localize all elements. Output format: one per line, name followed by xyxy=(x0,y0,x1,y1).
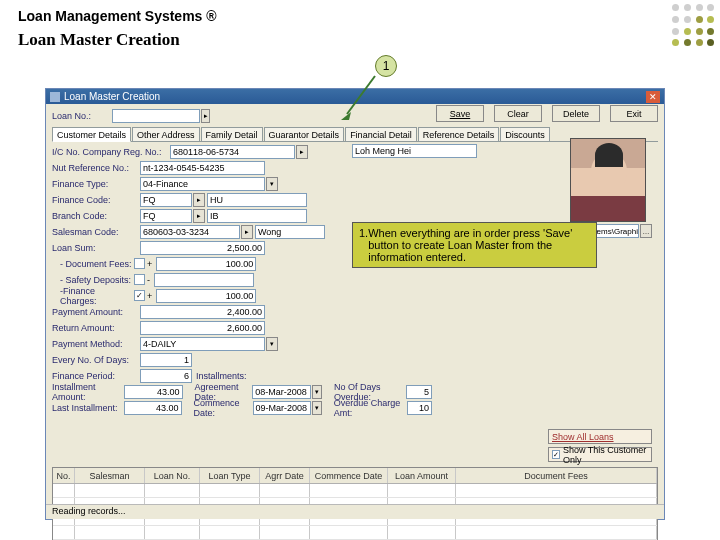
col-commence-date[interactable]: Commence Date xyxy=(310,468,388,483)
doc-fees-checkbox[interactable] xyxy=(134,258,145,269)
label-loan-sum: Loan Sum: xyxy=(52,243,140,253)
label-ic-no: I/C No. Company Reg. No.: xyxy=(52,147,170,157)
customer-name-input[interactable]: Loh Meng Hei xyxy=(352,144,477,158)
return-amount-input[interactable]: 2,600.00 xyxy=(140,321,265,335)
col-doc-fees[interactable]: Document Fees xyxy=(456,468,657,483)
label-finance-code: Finance Code: xyxy=(52,195,140,205)
status-bar: Reading records... xyxy=(46,504,664,519)
tooltip-number: 1. xyxy=(359,227,368,263)
label-nut-ref: Nut Reference No.: xyxy=(52,163,140,173)
overdue-amt-input[interactable]: 10 xyxy=(407,401,433,415)
comm-date-picker-icon[interactable]: ▾ xyxy=(312,401,322,415)
agreement-date-input[interactable]: 08-Mar-2008 xyxy=(252,385,310,399)
decorative-strip xyxy=(665,0,720,540)
photo-browse-button[interactable]: … xyxy=(640,224,652,238)
slide-subtitle: Loan Master Creation xyxy=(0,28,720,56)
show-customer-only-button[interactable]: ✓Show This Customer Only xyxy=(548,447,652,462)
table-row[interactable] xyxy=(53,526,657,540)
tab-family-detail[interactable]: Family Detail xyxy=(201,127,263,141)
callout-badge-1: 1 xyxy=(375,55,397,77)
label-loan-no: Loan No.: xyxy=(52,111,112,121)
window-icon xyxy=(50,92,60,102)
col-loan-no[interactable]: Loan No. xyxy=(145,468,200,483)
every-days-input[interactable]: 1 xyxy=(140,353,192,367)
ic-lookup-button[interactable]: ▸ xyxy=(296,145,308,159)
finance-type-input[interactable]: 04-Finance xyxy=(140,177,265,191)
loan-no-lookup-button[interactable]: ▸ xyxy=(201,109,210,123)
label-fincharge: -Finance Charges: xyxy=(60,286,132,306)
col-agg-date[interactable]: Agrr Date xyxy=(260,468,310,483)
table-row[interactable] xyxy=(53,484,657,498)
payment-method-dropdown-icon[interactable]: ▾ xyxy=(266,337,278,351)
col-salesman[interactable]: Salesman xyxy=(75,468,145,483)
dot-grid-icon xyxy=(672,4,716,48)
branch-code-input[interactable]: FQ xyxy=(140,209,192,223)
loan-sum-input[interactable]: 2,500.00 xyxy=(140,241,265,255)
salesman-lookup-button[interactable]: ▸ xyxy=(241,225,253,239)
branch-lookup-button[interactable]: ▸ xyxy=(193,209,205,223)
save-button[interactable]: Save xyxy=(436,105,484,122)
slide-title: Loan Management Systems ® xyxy=(0,0,720,28)
window: Loan Master Creation ✕ Loan No.: ▸ Save … xyxy=(45,88,665,520)
label-install-amount: Installment Amount: xyxy=(52,382,124,402)
agree-date-picker-icon[interactable]: ▾ xyxy=(312,385,322,399)
fincharge-checkbox[interactable]: ✓ xyxy=(134,290,145,301)
show-cust-label: Show This Customer Only xyxy=(563,445,648,465)
doc-fees-input[interactable]: 100.00 xyxy=(156,257,256,271)
exit-button[interactable]: Exit xyxy=(610,105,658,122)
branch-desc: IB xyxy=(207,209,307,223)
installments-input[interactable]: 6 xyxy=(140,369,192,383)
clear-button[interactable]: Clear xyxy=(494,105,542,122)
label-last-install: Last Installment: xyxy=(52,403,124,413)
col-no[interactable]: No. xyxy=(53,468,75,483)
customer-photo xyxy=(570,138,646,222)
fincode-lookup-button[interactable]: ▸ xyxy=(193,193,205,207)
finance-code-desc: HU xyxy=(207,193,307,207)
label-finance-type: Finance Type: xyxy=(52,179,140,189)
instruction-tooltip: 1. When everything are in order press 'S… xyxy=(352,222,597,268)
install-amount-input[interactable]: 43.00 xyxy=(124,385,182,399)
tab-other-address[interactable]: Other Address xyxy=(132,127,200,141)
commence-date-input[interactable]: 09-Mar-2008 xyxy=(253,401,311,415)
fintype-dropdown-icon[interactable]: ▾ xyxy=(266,177,278,191)
label-every-days: Every No. Of Days: xyxy=(52,355,140,365)
label-finance-period: Finance Period: xyxy=(52,371,140,381)
overdue-days-input[interactable]: 5 xyxy=(406,385,432,399)
tab-guarantor-details[interactable]: Guarantor Details xyxy=(264,127,345,141)
ic-no-input[interactable]: 680118-06-5734 xyxy=(170,145,295,159)
customer-only-checkbox[interactable]: ✓ xyxy=(552,450,560,459)
label-safety: - Safety Deposits: xyxy=(60,275,132,285)
delete-button[interactable]: Delete xyxy=(552,105,600,122)
show-all-loans-button[interactable]: Show All Loans xyxy=(548,429,652,444)
col-loan-type[interactable]: Loan Type xyxy=(200,468,260,483)
tab-customer-details[interactable]: Customer Details xyxy=(52,127,131,142)
close-icon[interactable]: ✕ xyxy=(646,91,660,103)
salesman-input[interactable]: 680603-03-3234 xyxy=(140,225,240,239)
finance-code-input[interactable]: FQ xyxy=(140,193,192,207)
safety-checkbox[interactable] xyxy=(134,274,145,285)
label-commence-date: Commence Date: xyxy=(194,398,251,418)
tab-reference-details[interactable]: Reference Details xyxy=(418,127,500,141)
svg-line-0 xyxy=(347,76,375,114)
label-payment-amount: Payment Amount: xyxy=(52,307,140,317)
loan-no-input[interactable] xyxy=(112,109,200,123)
tooltip-text: When everything are in order press 'Save… xyxy=(368,227,590,263)
fincharge-input[interactable]: 100.00 xyxy=(156,289,256,303)
col-loan-amount[interactable]: Loan Amount xyxy=(388,468,456,483)
tab-financial-detail[interactable]: Financial Detail xyxy=(345,127,417,141)
payment-method-input[interactable]: 4-DAILY xyxy=(140,337,265,351)
safety-input[interactable] xyxy=(154,273,254,287)
salesman-name: Wong xyxy=(255,225,325,239)
payment-amount-input[interactable]: 2,400.00 xyxy=(140,305,265,319)
label-payment-method: Payment Method: xyxy=(52,339,140,349)
svg-marker-1 xyxy=(341,112,351,120)
label-installments: Installments: xyxy=(196,371,247,381)
arrow-icon xyxy=(339,72,379,122)
tab-discounts[interactable]: Discounts xyxy=(500,127,550,141)
label-salesman: Salesman Code: xyxy=(52,227,140,237)
last-install-input[interactable]: 43.00 xyxy=(124,401,182,415)
label-overdue-amt: Overdue Charge Amt: xyxy=(334,398,405,418)
nut-ref-input[interactable]: nt-1234-0545-54235 xyxy=(140,161,265,175)
label-doc-fees: - Document Fees: xyxy=(60,259,132,269)
tabs: Customer Details Other Address Family De… xyxy=(52,127,658,142)
